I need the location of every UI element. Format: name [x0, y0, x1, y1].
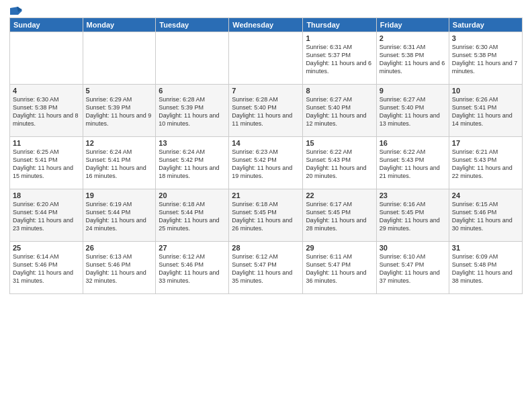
calendar-day-cell: 10Sunrise: 6:26 AM Sunset: 5:41 PM Dayli…: [449, 85, 522, 137]
calendar-day-header: Monday: [83, 18, 156, 32]
day-number: 18: [13, 191, 80, 199]
day-info: Sunrise: 6:26 AM Sunset: 5:41 PM Dayligh…: [452, 95, 519, 128]
calendar-day-cell: 5Sunrise: 6:29 AM Sunset: 5:39 PM Daylig…: [83, 85, 156, 137]
logo-bird-icon: [10, 7, 22, 16]
day-info: Sunrise: 6:24 AM Sunset: 5:41 PM Dayligh…: [86, 148, 153, 181]
day-info: Sunrise: 6:30 AM Sunset: 5:38 PM Dayligh…: [13, 95, 80, 128]
day-number: 23: [380, 191, 446, 199]
calendar-day-cell: 25Sunrise: 6:14 AM Sunset: 5:46 PM Dayli…: [10, 242, 83, 294]
calendar-week-row: 11Sunrise: 6:25 AM Sunset: 5:41 PM Dayli…: [10, 137, 523, 189]
calendar-day-cell: 21Sunrise: 6:18 AM Sunset: 5:45 PM Dayli…: [229, 189, 303, 242]
day-number: 6: [159, 87, 226, 95]
day-number: 14: [232, 139, 300, 147]
calendar-day-cell: 3Sunrise: 6:30 AM Sunset: 5:38 PM Daylig…: [449, 32, 522, 85]
day-info: Sunrise: 6:29 AM Sunset: 5:39 PM Dayligh…: [86, 95, 153, 128]
header: [9, 7, 523, 13]
day-info: Sunrise: 6:15 AM Sunset: 5:46 PM Dayligh…: [452, 200, 519, 233]
calendar-day-header: Friday: [376, 18, 449, 32]
calendar-day-header: Thursday: [303, 18, 376, 32]
day-number: 31: [452, 244, 519, 252]
svg-marker-0: [10, 7, 22, 15]
day-info: Sunrise: 6:25 AM Sunset: 5:41 PM Dayligh…: [13, 148, 80, 181]
calendar-week-row: 18Sunrise: 6:20 AM Sunset: 5:44 PM Dayli…: [10, 189, 523, 242]
calendar-day-cell: 13Sunrise: 6:24 AM Sunset: 5:42 PM Dayli…: [156, 137, 229, 189]
calendar-day-cell: 27Sunrise: 6:12 AM Sunset: 5:46 PM Dayli…: [156, 242, 229, 294]
calendar-day-header: Tuesday: [156, 18, 229, 32]
calendar-day-cell: [10, 32, 83, 85]
calendar-week-row: 1Sunrise: 6:31 AM Sunset: 5:37 PM Daylig…: [10, 32, 523, 85]
day-info: Sunrise: 6:30 AM Sunset: 5:38 PM Dayligh…: [452, 43, 519, 76]
day-info: Sunrise: 6:18 AM Sunset: 5:44 PM Dayligh…: [159, 200, 226, 233]
day-info: Sunrise: 6:14 AM Sunset: 5:46 PM Dayligh…: [13, 253, 80, 285]
calendar-table: SundayMondayTuesdayWednesdayThursdayFrid…: [9, 17, 523, 294]
day-info: Sunrise: 6:20 AM Sunset: 5:44 PM Dayligh…: [13, 200, 80, 233]
calendar-day-cell: 11Sunrise: 6:25 AM Sunset: 5:41 PM Dayli…: [10, 137, 83, 189]
day-number: 10: [452, 87, 519, 95]
day-info: Sunrise: 6:31 AM Sunset: 5:37 PM Dayligh…: [306, 43, 373, 76]
calendar-day-cell: [229, 32, 303, 85]
day-info: Sunrise: 6:16 AM Sunset: 5:45 PM Dayligh…: [380, 200, 446, 233]
day-number: 19: [86, 191, 153, 199]
day-info: Sunrise: 6:17 AM Sunset: 5:45 PM Dayligh…: [306, 200, 373, 233]
day-number: 16: [380, 139, 446, 147]
day-number: 27: [159, 244, 226, 252]
day-number: 11: [13, 139, 80, 147]
day-info: Sunrise: 6:22 AM Sunset: 5:43 PM Dayligh…: [306, 148, 373, 181]
calendar-header-row: SundayMondayTuesdayWednesdayThursdayFrid…: [10, 18, 523, 32]
day-number: 25: [13, 244, 80, 252]
day-number: 1: [306, 34, 373, 42]
day-info: Sunrise: 6:22 AM Sunset: 5:43 PM Dayligh…: [380, 148, 446, 181]
calendar-day-cell: 19Sunrise: 6:19 AM Sunset: 5:44 PM Dayli…: [83, 189, 156, 242]
day-info: Sunrise: 6:31 AM Sunset: 5:38 PM Dayligh…: [380, 43, 446, 76]
day-info: Sunrise: 6:11 AM Sunset: 5:47 PM Dayligh…: [306, 253, 373, 285]
day-number: 22: [306, 191, 373, 199]
day-number: 4: [13, 87, 80, 95]
day-info: Sunrise: 6:19 AM Sunset: 5:44 PM Dayligh…: [86, 200, 153, 233]
day-number: 26: [86, 244, 153, 252]
day-number: 20: [159, 191, 226, 199]
calendar-day-cell: 20Sunrise: 6:18 AM Sunset: 5:44 PM Dayli…: [156, 189, 229, 242]
logo: [9, 7, 23, 13]
day-number: 21: [232, 191, 300, 199]
calendar-day-cell: 22Sunrise: 6:17 AM Sunset: 5:45 PM Dayli…: [303, 189, 376, 242]
day-number: 24: [452, 191, 519, 199]
page-container: SundayMondayTuesdayWednesdayThursdayFrid…: [0, 0, 532, 411]
calendar-day-cell: [83, 32, 156, 85]
calendar-day-cell: 9Sunrise: 6:27 AM Sunset: 5:40 PM Daylig…: [376, 85, 449, 137]
calendar-day-cell: 24Sunrise: 6:15 AM Sunset: 5:46 PM Dayli…: [449, 189, 522, 242]
day-number: 9: [380, 87, 446, 95]
day-info: Sunrise: 6:09 AM Sunset: 5:48 PM Dayligh…: [452, 253, 519, 285]
day-info: Sunrise: 6:13 AM Sunset: 5:46 PM Dayligh…: [86, 253, 153, 285]
calendar-day-cell: 17Sunrise: 6:21 AM Sunset: 5:43 PM Dayli…: [449, 137, 522, 189]
calendar-day-cell: 14Sunrise: 6:23 AM Sunset: 5:42 PM Dayli…: [229, 137, 303, 189]
calendar-day-cell: 30Sunrise: 6:10 AM Sunset: 5:47 PM Dayli…: [376, 242, 449, 294]
day-info: Sunrise: 6:21 AM Sunset: 5:43 PM Dayligh…: [452, 148, 519, 181]
calendar-day-cell: 18Sunrise: 6:20 AM Sunset: 5:44 PM Dayli…: [10, 189, 83, 242]
calendar-day-header: Wednesday: [229, 18, 303, 32]
day-number: 29: [306, 244, 373, 252]
calendar-day-header: Saturday: [449, 18, 522, 32]
day-number: 17: [452, 139, 519, 147]
day-number: 12: [86, 139, 153, 147]
calendar-day-cell: [156, 32, 229, 85]
calendar-day-cell: 23Sunrise: 6:16 AM Sunset: 5:45 PM Dayli…: [376, 189, 449, 242]
day-number: 7: [232, 87, 300, 95]
day-info: Sunrise: 6:28 AM Sunset: 5:40 PM Dayligh…: [232, 95, 300, 128]
calendar-day-cell: 1Sunrise: 6:31 AM Sunset: 5:37 PM Daylig…: [303, 32, 376, 85]
calendar-day-cell: 12Sunrise: 6:24 AM Sunset: 5:41 PM Dayli…: [83, 137, 156, 189]
calendar-week-row: 25Sunrise: 6:14 AM Sunset: 5:46 PM Dayli…: [10, 242, 523, 294]
calendar-day-cell: 16Sunrise: 6:22 AM Sunset: 5:43 PM Dayli…: [376, 137, 449, 189]
day-number: 2: [380, 34, 446, 42]
day-info: Sunrise: 6:12 AM Sunset: 5:46 PM Dayligh…: [159, 253, 226, 285]
day-info: Sunrise: 6:12 AM Sunset: 5:47 PM Dayligh…: [232, 253, 300, 285]
day-info: Sunrise: 6:23 AM Sunset: 5:42 PM Dayligh…: [232, 148, 300, 181]
day-number: 5: [86, 87, 153, 95]
day-info: Sunrise: 6:18 AM Sunset: 5:45 PM Dayligh…: [232, 200, 300, 233]
calendar-day-cell: 29Sunrise: 6:11 AM Sunset: 5:47 PM Dayli…: [303, 242, 376, 294]
calendar-day-cell: 6Sunrise: 6:28 AM Sunset: 5:39 PM Daylig…: [156, 85, 229, 137]
day-info: Sunrise: 6:27 AM Sunset: 5:40 PM Dayligh…: [306, 95, 373, 128]
day-number: 13: [159, 139, 226, 147]
calendar-week-row: 4Sunrise: 6:30 AM Sunset: 5:38 PM Daylig…: [10, 85, 523, 137]
calendar-day-cell: 8Sunrise: 6:27 AM Sunset: 5:40 PM Daylig…: [303, 85, 376, 137]
day-info: Sunrise: 6:10 AM Sunset: 5:47 PM Dayligh…: [380, 253, 446, 285]
